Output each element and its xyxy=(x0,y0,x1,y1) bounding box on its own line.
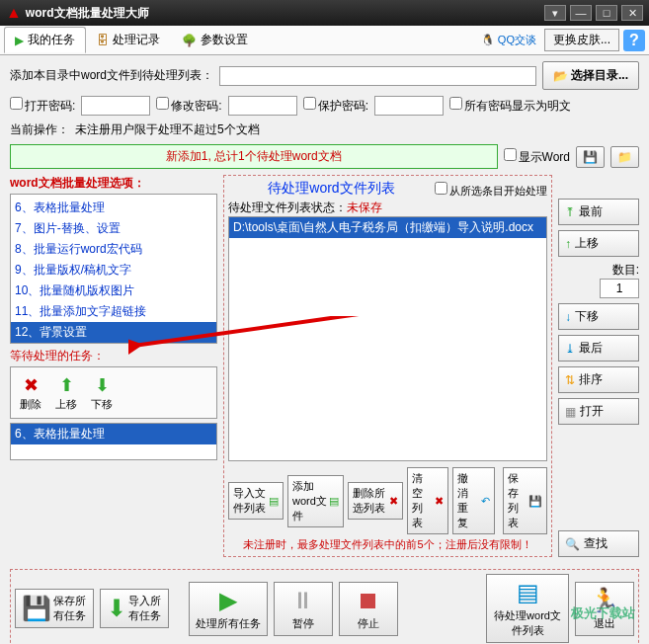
pending-controls: ✖ 删除 ⬆ 上移 ⬇ 下移 xyxy=(10,366,217,419)
tab-label: 我的任务 xyxy=(28,32,75,48)
modify-pwd-input[interactable] xyxy=(228,96,297,116)
save-icon: 💾 xyxy=(22,595,51,622)
stop-icon: ⏹ xyxy=(357,587,380,614)
list-icon: ▤ xyxy=(517,579,539,606)
skin-button[interactable]: 更换皮肤... xyxy=(544,29,619,51)
move-top-button[interactable]: ⤒最前 xyxy=(558,199,639,225)
file-status: 待处理文件列表状态：未保存 xyxy=(228,200,547,216)
file-list-title: 待处理word文件列表 xyxy=(268,180,394,198)
x-icon: ✖ xyxy=(19,373,42,397)
arrow-down-icon: ↓ xyxy=(565,310,571,324)
show-word-check[interactable]: 显示Word xyxy=(504,148,570,166)
save-icon-button[interactable]: 💾 xyxy=(576,146,605,168)
protect-pwd-check[interactable]: 保护密码: xyxy=(303,97,368,115)
arrow-bottom-icon: ⤓ xyxy=(565,342,575,356)
arrow-down-icon: ⬇ xyxy=(90,373,114,397)
move-down-button[interactable]: ↓下移 xyxy=(558,303,639,330)
import-all-button[interactable]: ⬇导入所有任务 xyxy=(100,589,169,628)
briefcase-icon: 🗄 xyxy=(97,34,109,47)
open-pwd-input[interactable] xyxy=(81,96,150,116)
pause-button[interactable]: ⏸暂停 xyxy=(274,582,333,636)
pending-list-button[interactable]: ▤待处理word文件列表 xyxy=(486,574,569,643)
pending-title: 等待处理的任务： xyxy=(10,348,217,364)
del-sel-button[interactable]: 删除所选列表✖ xyxy=(348,482,402,520)
options-title: word文档批量处理选项： xyxy=(10,175,217,192)
play-icon: ▶ xyxy=(219,587,237,614)
x-icon: ✖ xyxy=(435,495,444,508)
option-item[interactable]: 6、表格批量处理 xyxy=(11,198,216,218)
list-icon: ▤ xyxy=(329,495,339,508)
process-all-button[interactable]: ▶处理所有任务 xyxy=(189,582,268,636)
count-input[interactable] xyxy=(600,279,639,298)
x-icon: ✖ xyxy=(389,495,398,508)
option-item[interactable]: 10、批量随机版权图片 xyxy=(11,281,216,301)
find-button[interactable]: 🔍查找 xyxy=(558,530,639,557)
option-item[interactable]: 9、批量版权/稿机文字 xyxy=(11,260,216,281)
current-op-text: 未注册用户限于处理不超过5个文档 xyxy=(75,121,260,138)
count-label: 数目: xyxy=(612,263,639,277)
arrow-top-icon: ⤒ xyxy=(565,205,575,219)
add-status-bar: 新添加1, 总计1个待处理word文档 xyxy=(10,144,498,169)
exit-button[interactable]: 🏃退出 xyxy=(575,582,634,636)
help-button[interactable]: ? xyxy=(623,30,645,51)
pending-item[interactable]: 6、表格批量处理 xyxy=(11,424,216,444)
move-bottom-button[interactable]: ⤓最后 xyxy=(558,335,639,362)
option-item[interactable]: 7、图片-替换、设置 xyxy=(11,218,216,239)
pending-down-button[interactable]: ⬇ 下移 xyxy=(86,371,118,414)
maximize-button[interactable]: □ xyxy=(596,5,617,21)
grid-icon: ▦ xyxy=(565,405,576,419)
close-button[interactable]: ✕ xyxy=(621,5,643,21)
clear-list-button[interactable]: 清空列表✖ xyxy=(407,467,448,534)
import-list-button[interactable]: 导入文件列表▤ xyxy=(228,482,284,520)
show-plain-check[interactable]: 所有密码显示为明文 xyxy=(449,97,571,115)
qq-icon: 🐧 xyxy=(481,34,495,46)
dir-path-input[interactable] xyxy=(219,66,536,86)
qq-chat-link[interactable]: 🐧 QQ交谈 xyxy=(481,33,536,47)
save-icon: 💾 xyxy=(528,495,542,508)
option-item[interactable]: 8、批量运行word宏代码 xyxy=(11,239,216,260)
pending-list[interactable]: 6、表格批量处理 xyxy=(10,423,217,460)
bottom-toolbar: 💾保存所有任务 ⬇导入所有任务 ▶处理所有任务 ⏸暂停 ⏹停止 ▤待处理word… xyxy=(10,569,639,644)
dropdown-button[interactable]: ▾ xyxy=(544,5,566,21)
option-item[interactable]: 12、背景设置 xyxy=(11,322,216,343)
add-word-button[interactable]: 添加word文件▤ xyxy=(287,475,344,527)
option-item[interactable]: 11、批量添加文字超链接 xyxy=(11,301,216,322)
protect-pwd-input[interactable] xyxy=(374,96,444,116)
from-selected-check[interactable]: 从所选条目开始处理 xyxy=(435,182,547,199)
arrow-up-icon: ↑ xyxy=(565,237,571,251)
minimize-button[interactable]: — xyxy=(570,5,592,21)
search-icon: 🔍 xyxy=(565,537,580,551)
tab-params[interactable]: 🌳 参数设置 xyxy=(171,27,259,53)
exit-icon: 🏃 xyxy=(590,587,619,614)
open-pwd-check[interactable]: 打开密码: xyxy=(10,97,75,115)
open-folder-button[interactable]: 📁 xyxy=(610,146,639,168)
tree-icon: 🌳 xyxy=(182,34,197,47)
file-list[interactable]: D:\tools\桌面\自然人电子税务局（扣缴端）导入说明.docx xyxy=(228,216,547,461)
tab-history[interactable]: 🗄 处理记录 xyxy=(86,27,171,53)
pending-delete-button[interactable]: ✖ 删除 xyxy=(15,371,46,414)
tab-label: 参数设置 xyxy=(201,32,248,48)
undo-button[interactable]: 撤消重复↶ xyxy=(452,467,494,534)
stop-button[interactable]: ⏹停止 xyxy=(339,582,398,636)
save-all-button[interactable]: 💾保存所有任务 xyxy=(15,589,94,628)
undo-icon: ↶ xyxy=(481,495,490,508)
pause-icon: ⏸ xyxy=(291,587,315,614)
pending-up-button[interactable]: ⬆ 上移 xyxy=(50,371,82,414)
sort-icon: ⇅ xyxy=(565,373,575,387)
tab-my-tasks[interactable]: ▶ 我的任务 xyxy=(4,27,86,53)
options-list[interactable]: 3、格式处理-文档、段落4、格式处理-常用5、word转图片或PDF6、表格批量… xyxy=(10,194,217,344)
modify-pwd-check[interactable]: 修改密码: xyxy=(156,97,221,115)
tab-label: 处理记录 xyxy=(113,32,160,48)
move-up-button[interactable]: ↑上移 xyxy=(558,230,639,257)
sort-button[interactable]: ⇅排序 xyxy=(558,366,639,393)
select-dir-button[interactable]: 📂 选择目录... xyxy=(542,61,639,90)
tab-bar: ▶ 我的任务 🗄 处理记录 🌳 参数设置 🐧 QQ交谈 更换皮肤... ? xyxy=(0,26,649,55)
file-row[interactable]: D:\tools\桌面\自然人电子税务局（扣缴端）导入说明.docx xyxy=(229,217,546,238)
import-icon: ⬇ xyxy=(107,595,126,622)
add-dir-label: 添加本目录中word文件到待处理列表： xyxy=(10,67,213,84)
list-icon: ▤ xyxy=(269,495,279,508)
open-button[interactable]: ▦打开 xyxy=(558,398,639,425)
qq-label: QQ交谈 xyxy=(498,33,536,47)
window-title: word文档批量处理大师 xyxy=(26,5,544,22)
save-list-button[interactable]: 保存列表💾 xyxy=(503,467,547,534)
